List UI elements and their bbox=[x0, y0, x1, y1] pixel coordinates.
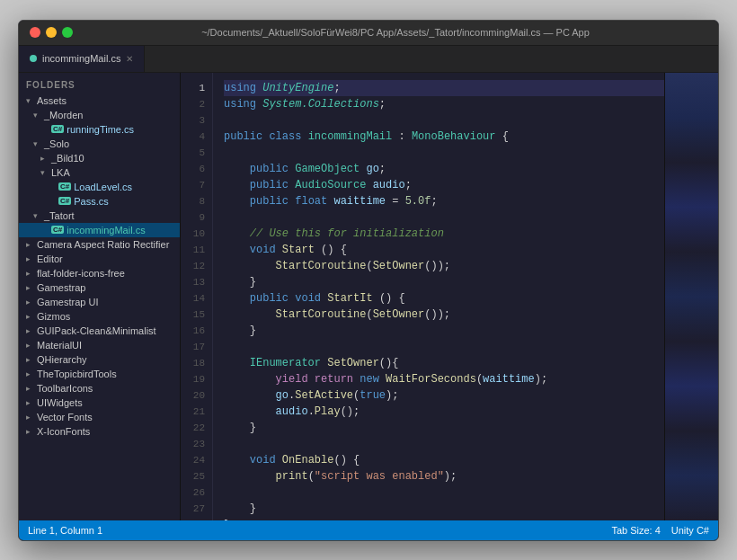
sidebar: FOLDERS Assets _Morden C# runningTime.cs… bbox=[19, 73, 181, 520]
sidebar-item-gamestrap[interactable]: Gamestrap bbox=[19, 280, 180, 295]
arrow-icon bbox=[26, 355, 35, 364]
sidebar-label: MaterialUI bbox=[37, 340, 82, 351]
arrow-icon bbox=[26, 384, 35, 393]
maximize-button[interactable] bbox=[62, 27, 73, 38]
sidebar-item-vectorfonts[interactable]: Vector Fonts bbox=[19, 410, 180, 424]
arrow-icon bbox=[26, 427, 35, 436]
sidebar-label: flat-folder-icons-free bbox=[37, 268, 125, 279]
sidebar-item-topicbird[interactable]: TheTopicbirdTools bbox=[19, 367, 180, 381]
arrow-icon bbox=[40, 168, 49, 177]
arrow-icon bbox=[33, 139, 42, 148]
traffic-lights bbox=[30, 27, 73, 38]
sidebar-label: _Bild10 bbox=[51, 153, 84, 164]
minimap bbox=[664, 73, 718, 520]
line-num-6: 6 bbox=[181, 161, 212, 177]
sidebar-item-materialui[interactable]: MaterialUI bbox=[19, 338, 180, 352]
sidebar-item-toolbaricons[interactable]: ToolbarIcons bbox=[19, 381, 180, 396]
line-num-18: 18 bbox=[181, 355, 212, 371]
code-line-6: public GameObject go; bbox=[224, 161, 664, 177]
sidebar-item-uiwidgets[interactable]: UIWidgets bbox=[19, 396, 180, 410]
sidebar-item-solo[interactable]: _Solo bbox=[19, 137, 180, 151]
close-button[interactable] bbox=[30, 27, 40, 38]
arrow-icon bbox=[33, 111, 42, 120]
arrow-icon bbox=[26, 283, 35, 292]
sidebar-item-camera[interactable]: Camera Aspect Ratio Rectifier bbox=[19, 237, 180, 252]
line-num-1: 1 bbox=[181, 80, 212, 96]
code-line-4: public class incommingMail : MonoBehavio… bbox=[224, 129, 664, 145]
sidebar-item-runningtime[interactable]: C# runningTime.cs bbox=[19, 122, 180, 137]
sidebar-item-flatfolder[interactable]: flat-folder-icons-free bbox=[19, 266, 180, 280]
sidebar-label: GUIPack-Clean&Minimalist bbox=[37, 325, 156, 336]
statusbar-right: Tab Size: 4 Unity C# bbox=[611, 525, 709, 536]
code-line-5 bbox=[224, 145, 664, 161]
code-line-13: } bbox=[224, 274, 664, 290]
titlebar: ~/Documents/_Aktuell/SoloFürWei8/PC App/… bbox=[19, 21, 718, 46]
code-line-16: } bbox=[224, 323, 664, 339]
sidebar-item-loadlevel[interactable]: C# LoadLevel.cs bbox=[19, 180, 180, 194]
sidebar-item-editor[interactable]: Editor bbox=[19, 252, 180, 266]
line-num-14: 14 bbox=[181, 290, 212, 307]
sidebar-item-gamestrapui[interactable]: Gamestrap UI bbox=[19, 295, 180, 309]
code-line-24: void OnEnable() { bbox=[224, 452, 664, 468]
sidebar-label: _Solo bbox=[44, 138, 69, 149]
minimize-button[interactable] bbox=[46, 27, 57, 38]
line-num-21: 21 bbox=[181, 404, 212, 420]
line-num-20: 20 bbox=[181, 387, 212, 404]
code-content[interactable]: using UnityEngine; using System.Collecti… bbox=[213, 73, 664, 520]
line-num-2: 2 bbox=[181, 96, 212, 112]
code-line-11: void Start () { bbox=[224, 242, 664, 258]
sidebar-item-incomming[interactable]: C# incommingMail.cs bbox=[19, 223, 180, 237]
sidebar-label: runningTime.cs bbox=[67, 124, 134, 135]
arrow-icon bbox=[26, 312, 35, 321]
line-num-5: 5 bbox=[181, 145, 212, 161]
sidebar-item-guipack[interactable]: GUIPack-Clean&Minimalist bbox=[19, 324, 180, 338]
window-title: ~/Documents/_Aktuell/SoloFürWei8/PC App/… bbox=[84, 27, 707, 38]
sidebar-item-tatort[interactable]: _Tatort bbox=[19, 209, 180, 223]
code-line-27: } bbox=[224, 501, 664, 517]
arrow-icon bbox=[26, 254, 35, 263]
sidebar-item-assets[interactable]: Assets bbox=[19, 93, 180, 108]
statusbar-language: Unity C# bbox=[671, 525, 709, 536]
tab-close-icon[interactable]: ✕ bbox=[126, 54, 133, 64]
code-line-17 bbox=[224, 339, 664, 355]
sidebar-item-morden[interactable]: _Morden bbox=[19, 108, 180, 122]
sidebar-label: _Tatort bbox=[44, 210, 75, 221]
cs-badge: C# bbox=[51, 125, 64, 133]
line-num-15: 15 bbox=[181, 307, 212, 323]
line-num-12: 12 bbox=[181, 258, 212, 274]
tab-incommingmail[interactable]: incommingMail.cs ✕ bbox=[19, 46, 145, 72]
sidebar-label: Assets bbox=[37, 95, 67, 106]
code-line-10: // Use this for initialization bbox=[224, 226, 664, 242]
line-num-4: 4 bbox=[181, 129, 212, 145]
sidebar-item-gizmos[interactable]: Gizmos bbox=[19, 309, 180, 324]
sidebar-item-lka[interactable]: LKA bbox=[19, 165, 180, 180]
statusbar-tabsize: Tab Size: 4 bbox=[611, 525, 660, 536]
sidebar-item-qhierarchy[interactable]: QHierarchy bbox=[19, 352, 180, 367]
arrow-icon bbox=[26, 398, 35, 407]
line-num-27: 27 bbox=[181, 501, 212, 517]
line-num-7: 7 bbox=[181, 177, 212, 193]
line-num-8: 8 bbox=[181, 193, 212, 209]
arrow-icon bbox=[26, 298, 35, 307]
code-line-7: public AudioSource audio; bbox=[224, 177, 664, 193]
arrow-icon bbox=[26, 96, 35, 105]
sidebar-item-pass[interactable]: C# Pass.cs bbox=[19, 194, 180, 209]
code-line-3 bbox=[224, 112, 664, 129]
line-num-3: 3 bbox=[181, 112, 212, 129]
code-line-1: using UnityEngine; bbox=[224, 80, 664, 96]
code-line-23 bbox=[224, 436, 664, 452]
sidebar-label: TheTopicbirdTools bbox=[37, 369, 117, 379]
cs-badge: C# bbox=[58, 182, 71, 191]
arrow-icon bbox=[26, 326, 35, 335]
sidebar-item-bild10[interactable]: _Bild10 bbox=[19, 151, 180, 165]
line-num-25: 25 bbox=[181, 468, 212, 484]
statusbar: Line 1, Column 1 Tab Size: 4 Unity C# bbox=[19, 520, 718, 540]
code-line-14: public void StartIt () { bbox=[224, 290, 664, 307]
sidebar-item-xiconfonts[interactable]: X-IconFonts bbox=[19, 424, 180, 439]
sidebar-label: LKA bbox=[51, 167, 70, 178]
code-line-8: public float waittime = 5.0f; bbox=[224, 193, 664, 209]
code-line-19: yield return new WaitForSeconds(waittime… bbox=[224, 371, 664, 387]
cs-badge: C# bbox=[51, 226, 64, 234]
sidebar-label: LoadLevel.cs bbox=[74, 182, 132, 192]
statusbar-left: Line 1, Column 1 bbox=[28, 525, 102, 536]
